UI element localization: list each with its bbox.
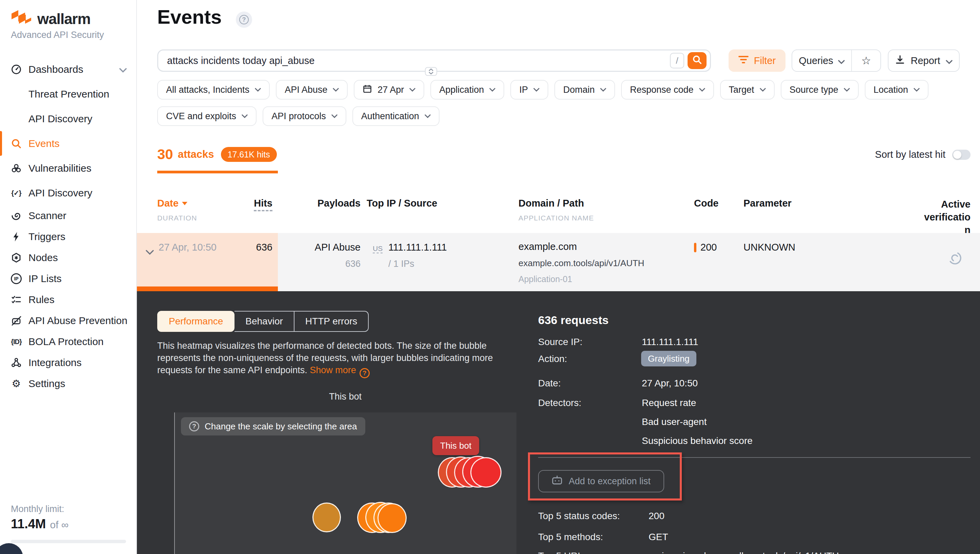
sort-toggle[interactable] [952,150,970,160]
annotation-highlight-rect [528,452,682,500]
braces-check-icon: {✓} [11,188,22,199]
bot-performance-bubble-chart[interactable]: ? Change the scale by selecting the area… [174,412,516,554]
sidebar-item-threat-prevention[interactable]: Threat Prevention [0,81,136,106]
chip-date[interactable]: 27 Apr [354,80,424,100]
sidebar-item-triggers[interactable]: Triggers [0,226,136,247]
attack-count-label: attacks [178,148,214,161]
heatmap-description-line1: This heatmap visualizes the performance … [157,341,487,351]
chip-authentication[interactable]: Authentication [353,106,439,126]
search-button[interactable] [688,52,707,69]
sidebar-item-api-abuse-prevention[interactable]: API Abuse Prevention [0,310,136,331]
report-button[interactable]: Report [888,49,960,72]
event-detail-panel: Performance Behavior HTTP errors This he… [137,291,980,554]
column-header-date[interactable]: Date [157,198,187,209]
row-response-code: 200 [694,242,717,253]
search-collapse-handle[interactable] [425,67,437,76]
bubble-red-this-bot[interactable] [470,457,501,488]
chip-api-protocols[interactable]: API protocols [263,106,346,126]
detail-tabs: Performance Behavior HTTP errors [157,311,369,332]
row-top-ip[interactable]: 111.111.1.111 [388,242,447,253]
sidebar-item-ip-lists[interactable]: IP IP Lists [0,268,136,289]
queries-group: Queries ☆ [792,49,881,72]
calendar-icon [362,84,372,96]
attacks-tab-underline [157,171,278,174]
filter-icon [738,55,749,66]
show-more-link[interactable]: Show more [310,365,356,375]
tab-behavior[interactable]: Behavior [235,311,294,332]
chart-hint-tooltip: ? Change the scale by selecting the area [181,417,365,436]
sidebar-item-vulnerabilities[interactable]: Vulnerabilities [0,156,136,180]
chip-api-abuse[interactable]: API Abuse [276,80,348,100]
chevron-down-icon [489,88,495,92]
stat-label-top-url: Top 5 URL [538,551,583,554]
page-help-icon[interactable]: ? [236,11,252,28]
chip-attack-type[interactable]: All attacks, Incidents [157,80,270,100]
chart-top-axis-label: This bot [174,392,516,402]
row-selected-cell-highlight [137,233,278,287]
chip-target[interactable]: Target [720,80,775,100]
bubble-ochre[interactable] [313,503,341,532]
chevron-down-icon [600,88,606,92]
field-value-date: 27 Apr, 10:50 [642,378,698,389]
chip-source-type[interactable]: Source type [781,80,859,100]
detector-suspicious-score: Suspicious behavior score [642,436,753,446]
chevron-down-icon [333,88,339,92]
queries-dropdown[interactable]: Queries [792,50,852,71]
search-input[interactable] [167,55,670,66]
sidebar-item-integrations[interactable]: Integrations [0,352,136,373]
chevron-down-icon [119,64,127,75]
bot-icon [11,315,22,326]
chip-application[interactable]: Application [430,80,504,100]
chip-ip[interactable]: IP [510,80,548,100]
favorite-star-button[interactable]: ☆ [852,50,880,71]
chip-cve-exploits[interactable]: CVE and exploits [157,106,257,126]
row-expand-chevron-icon[interactable] [146,245,154,258]
sidebar-item-label: Scanner [29,210,66,221]
monthly-limit-label: Monthly limit: [11,504,64,514]
sidebar-item-settings[interactable]: ⚙ Settings [0,373,136,394]
attack-count: 30 [157,146,173,162]
field-label-date: Date: [538,378,561,389]
sidebar-item-label: Triggers [29,231,65,242]
sidebar-item-label: IP Lists [29,273,62,285]
sidebar-item-events[interactable]: Events [0,131,136,156]
ip-badge-icon: IP [11,273,22,284]
row-country-code[interactable]: US [373,245,383,253]
heatmap-description-line2: represents the non-uniqueness of the req… [157,353,493,363]
spiral-icon [11,210,22,221]
show-more-help-icon[interactable]: ? [359,368,370,378]
sidebar-item-label: Events [29,138,60,149]
bubble-orange[interactable] [378,503,407,533]
sidebar-item-dashboards[interactable]: Dashboards [0,57,136,81]
sidebar-item-bola-protection[interactable]: {ID} BOLA Protection [0,331,136,352]
detector-bad-user-agent: Bad user-agent [642,417,707,427]
chip-domain[interactable]: Domain [554,80,615,100]
hits-badge: 17.61K hits [221,147,277,162]
table-row[interactable]: 27 Apr, 10:50 636 API Abuse 636 US 111.1… [137,233,980,291]
filter-button[interactable]: Filter [729,49,785,72]
tab-http-errors[interactable]: HTTP errors [294,311,369,332]
column-header-hits[interactable]: Hits [225,198,273,209]
sidebar-item-rules[interactable]: Rules [0,289,136,310]
sidebar: wallarm Advanced API Security Dashboards… [0,0,137,554]
stat-label-status-codes: Top 5 status codes: [538,511,620,522]
chip-location[interactable]: Location [865,80,929,100]
tab-performance[interactable]: Performance [157,311,235,332]
chip-response-code[interactable]: Response code [621,80,714,100]
sidebar-item-nodes[interactable]: Nodes [0,247,136,268]
sidebar-item-scanner[interactable]: Scanner [0,205,136,226]
sidebar-item-api-discovery[interactable]: {✓} API Discovery [0,180,136,205]
sidebar-item-label: API Discovery [29,113,92,125]
sidebar-item-api-discovery-dashboard[interactable]: API Discovery [0,106,136,131]
chevron-down-icon [255,88,261,92]
bola-id-icon: {ID} [11,336,22,347]
gear-icon: ⚙ [11,378,22,389]
field-label-detectors: Detectors: [538,398,581,408]
sort-control: Sort by latest hit [875,149,970,160]
this-bot-badge: This bot [433,436,479,455]
sort-desc-icon [182,202,187,205]
chevron-down-icon [242,114,248,118]
brand-logo[interactable]: wallarm [11,9,91,29]
sidebar-nav: Dashboards Threat Prevention API Discove… [0,57,136,394]
column-header-application-name: APPLICATION NAME [519,214,594,222]
